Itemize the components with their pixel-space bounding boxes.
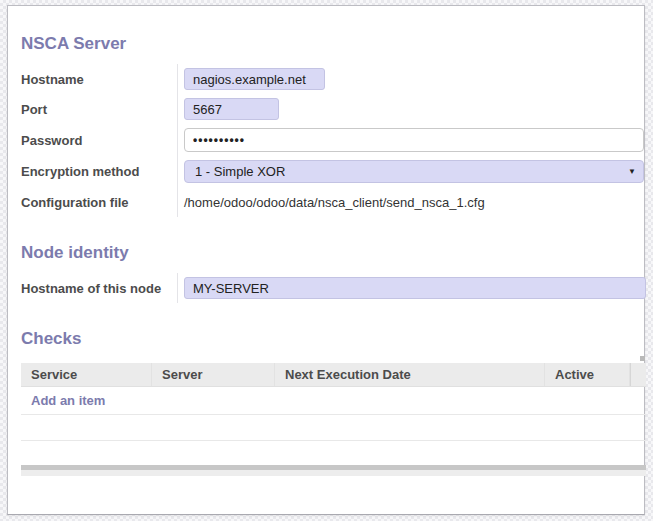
column-header-next-execution-date[interactable]: Next Execution Date <box>275 363 545 386</box>
horizontal-scrollbar-track <box>21 470 646 476</box>
node-identity-form: Hostname of this node <box>21 273 643 303</box>
config-file-field-cell: /home/odoo/odoo/data/nsca_client/send_ns… <box>177 187 643 217</box>
form-row-config-file: Configuration file /home/odoo/odoo/data/… <box>21 187 643 217</box>
password-field-cell <box>177 124 644 156</box>
encryption-field-cell: 1 - Simple XOR ▼ <box>177 156 644 187</box>
hostname-input[interactable] <box>184 68 325 90</box>
table-empty-row <box>21 415 646 441</box>
config-file-value: /home/odoo/odoo/data/nsca_client/send_ns… <box>184 195 485 210</box>
encryption-method-label: Encryption method <box>21 164 177 179</box>
section-title-node-identity: Node identity <box>21 243 644 263</box>
checks-table-header: Service Server Next Execution Date Activ… <box>21 363 646 387</box>
checks-table: Service Server Next Execution Date Activ… <box>21 363 646 476</box>
hostname-label: Hostname <box>21 72 177 87</box>
column-header-service[interactable]: Service <box>21 363 152 386</box>
section-title-checks: Checks <box>21 329 644 349</box>
port-label: Port <box>21 102 177 117</box>
node-hostname-field-cell <box>177 273 646 303</box>
column-header-active[interactable]: Active <box>545 363 630 386</box>
horizontal-scrollbar[interactable] <box>21 465 646 476</box>
add-item-row: Add an item <box>21 387 646 415</box>
password-label: Password <box>21 133 177 148</box>
form-row-port: Port <box>21 94 643 124</box>
section-title-nsca-server: NSCA Server <box>21 34 644 54</box>
column-header-server[interactable]: Server <box>152 363 275 386</box>
hostname-field-cell <box>177 64 643 94</box>
password-input[interactable] <box>184 128 644 152</box>
form-row-encryption: Encryption method 1 - Simple XOR ▼ <box>21 156 643 187</box>
form-row-node-hostname: Hostname of this node <box>21 273 643 303</box>
node-hostname-label: Hostname of this node <box>21 281 177 296</box>
form-row-hostname: Hostname <box>21 64 643 94</box>
form-panel: NSCA Server Hostname Port Password Encry… <box>7 5 645 515</box>
encryption-method-value: 1 - Simple XOR <box>195 164 285 179</box>
node-hostname-input[interactable] <box>184 277 646 299</box>
chevron-down-icon: ▼ <box>628 168 636 176</box>
nsca-server-form: Hostname Port Password Encryption method… <box>21 64 643 217</box>
add-an-item-link[interactable]: Add an item <box>31 393 105 408</box>
port-input[interactable] <box>184 98 279 120</box>
form-row-password: Password <box>21 124 643 156</box>
port-field-cell <box>177 94 643 124</box>
table-scrollbar-nub <box>640 356 645 361</box>
column-header-spacer <box>630 363 646 386</box>
encryption-method-select[interactable]: 1 - Simple XOR ▼ <box>184 160 644 183</box>
config-file-label: Configuration file <box>21 195 177 210</box>
